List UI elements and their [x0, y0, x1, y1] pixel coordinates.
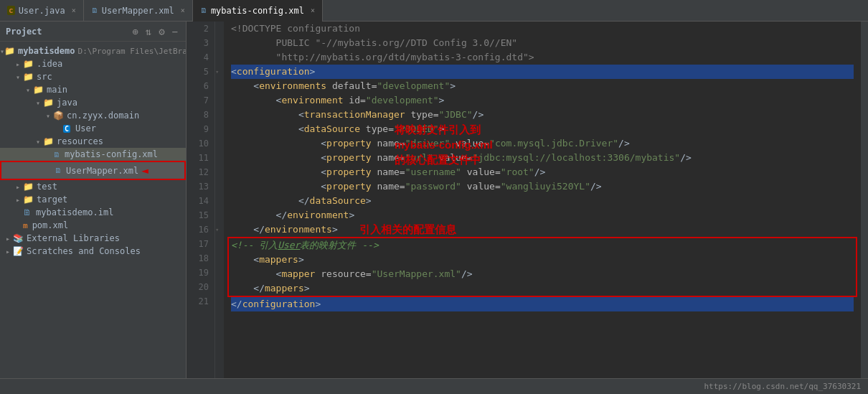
code-text: < [231, 122, 304, 136]
tree-item-target[interactable]: 📁 target [0, 193, 186, 206]
code-text: "http://mybatis.org/dtd/mybatis-3-config… [231, 50, 534, 65]
add-icon[interactable]: ⊕ [130, 25, 140, 38]
tree-item-src[interactable]: 📁 src [0, 70, 186, 83]
minimize-icon[interactable]: − [170, 25, 180, 38]
code-text: "development" [377, 79, 450, 93]
scratch-icon: 📝 [13, 246, 24, 256]
code-text: dataSource [310, 194, 366, 208]
item-label: main [47, 85, 67, 95]
code-text: < [231, 165, 326, 179]
tree-item-ext-libs[interactable]: 📚 External Libraries [0, 232, 186, 245]
item-label: cn.zyyx.domain [67, 111, 139, 121]
arrow-scratches [3, 248, 13, 255]
code-line-2: <!DOCTYPE configuration [231, 22, 854, 36]
code-text: name= [372, 136, 405, 151]
folder-res-icon: 📁 [43, 136, 54, 146]
code-text: </ [231, 208, 287, 222]
tab-usermapper-xml[interactable]: 🗎 UserMapper.xml × [84, 0, 193, 22]
tree-item-pom-xml[interactable]: m pom.xml [0, 219, 186, 232]
code-text: < [231, 179, 326, 194]
item-label: .idea [37, 59, 62, 69]
tree-item-java[interactable]: 📁 java [0, 96, 186, 109]
code-text: "development" [366, 93, 439, 108]
tree-item-resources[interactable]: 📁 resources [0, 135, 186, 148]
code-text: "url" [405, 151, 433, 165]
iml-icon: 🗎 [23, 207, 32, 217]
code-text: > [450, 79, 456, 93]
tree-item-scratches[interactable]: 📝 Scratches and Consoles [0, 245, 186, 258]
tree-item-mybatisdemo[interactable]: 📁 mybatisdemo D:\Program Files\JetBrains… [0, 44, 186, 57]
code-text: > [315, 297, 321, 311]
sidebar-icons: ⊕ ⇅ ⚙ − [130, 25, 180, 38]
tab-label: User.java [19, 6, 65, 16]
line-numbers: 2 3 4 5 6 7 8 9 10 11 12 13 14 15 16 17 … [187, 22, 215, 378]
code-text: /> [618, 136, 630, 151]
code-text: configuration [242, 297, 316, 311]
code-line-18: <mappers> [231, 253, 854, 267]
arrow-domain [43, 112, 53, 120]
code-text: > [298, 253, 304, 267]
tree-item-main[interactable]: 📁 main [0, 83, 186, 96]
folder-java-icon: 📁 [43, 98, 54, 108]
tree-item-user-class[interactable]: C User [0, 122, 186, 135]
code-text: property [326, 165, 372, 179]
code-text: name= [372, 179, 405, 194]
item-label: External Libraries [27, 233, 120, 243]
code-text: environments [259, 79, 326, 93]
code-text: name= [372, 151, 405, 165]
tree-item-domain[interactable]: 📦 cn.zyyx.domain [0, 109, 186, 122]
tab-label: UserMapper.xml [102, 6, 174, 16]
tab-close-icon[interactable]: × [311, 6, 315, 14]
code-text: <!-- 引入 [231, 238, 278, 253]
code-line-15: </environment> [231, 208, 854, 222]
xml-icon: 🗎 [91, 6, 98, 14]
code-text: 表的映射文件 --> [300, 238, 378, 253]
code-line-8: <transactionManager type="JDBC"/> [231, 108, 854, 122]
code-text: property [326, 151, 372, 165]
code-text: "JDBC" [439, 108, 473, 122]
horizontal-split-icon[interactable]: ⇅ [143, 25, 154, 38]
item-label: UserMapper.xml [66, 166, 138, 176]
settings-icon[interactable]: ⚙ [156, 25, 166, 38]
code-text: type= [405, 108, 439, 122]
code-lines[interactable]: <!DOCTYPE configuration PUBLIC "-//mybat… [224, 22, 861, 378]
arrow-resources [33, 138, 43, 146]
tab-close-icon[interactable]: × [72, 6, 76, 14]
code-content: 2 3 4 5 6 7 8 9 10 11 12 13 14 15 16 17 … [187, 22, 868, 378]
item-label: mybatis-config.xml [65, 149, 158, 159]
java-icon: c [7, 6, 15, 15]
code-text: <!DOCTYPE configuration [231, 22, 360, 36]
code-text: < [231, 136, 326, 151]
arrow-java [33, 99, 43, 107]
tree-item-mybatisdemo-iml[interactable]: 🗎 mybatisdemo.iml [0, 206, 186, 219]
folder-icon: 📁 [23, 59, 34, 69]
code-line-11: <property name="url" value="jdbc:mysql:/… [231, 151, 854, 165]
code-text: property [326, 179, 372, 194]
tree-item-idea[interactable]: 📁 .idea [0, 57, 186, 70]
arrow-ext-libs [3, 235, 13, 243]
tab-mybatis-config[interactable]: 🗎 mybatis-config.xml × [193, 0, 323, 22]
code-text: PUBLIC "-//mybatis.org//DTD Config 3.0//… [231, 36, 517, 50]
sidebar-tree[interactable]: 📁 mybatisdemo D:\Program Files\JetBrains… [0, 42, 186, 378]
folder-icon: 📁 [23, 182, 34, 192]
tree-item-test[interactable]: 📁 test [0, 180, 186, 193]
xml-icon: 🗎 [200, 6, 207, 14]
code-text: environments [265, 222, 332, 237]
arrow-src [13, 73, 23, 81]
tab-close-icon[interactable]: × [181, 6, 185, 14]
code-text: /> [680, 151, 692, 165]
item-label: src [37, 72, 52, 82]
code-text: < [231, 65, 237, 79]
code-text: name= [372, 165, 405, 179]
bottom-bar: https://blog.csdn.net/qq_37630321 [0, 378, 868, 394]
tab-user-java[interactable]: c User.java × [0, 0, 84, 22]
code-text: < [231, 93, 281, 108]
code-text: "UserMapper.xml" [372, 267, 461, 281]
scroll-gutter[interactable] [861, 22, 868, 378]
tree-item-usermapper-xml[interactable]: 🗎 UserMapper.xml ◄ [0, 161, 186, 180]
tree-item-mybatis-config-xml[interactable]: 🗎 mybatis-config.xml [0, 148, 186, 161]
red-arrow-annotation: ◄ [141, 164, 148, 177]
code-line-16: </environments> 引入相关的配置信息 [231, 222, 854, 237]
folder-src-icon: 📁 [23, 72, 34, 82]
code-line-3: PUBLIC "-//mybatis.org//DTD Config 3.0//… [231, 36, 854, 50]
